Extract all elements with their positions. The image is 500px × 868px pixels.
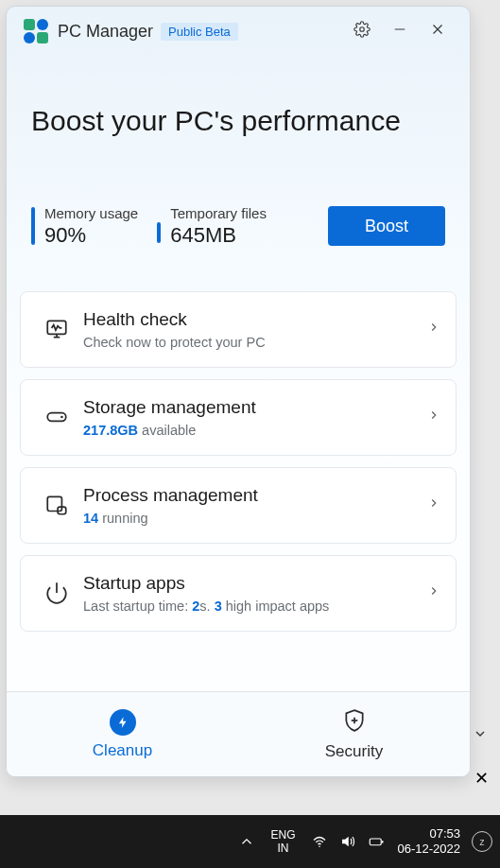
app-logo-icon: [24, 19, 48, 43]
power-icon: [36, 581, 78, 605]
startup-suffix: high impact apps: [222, 599, 330, 614]
indicator-bar-icon: [157, 222, 161, 243]
tempfiles-value: 645MB: [170, 223, 267, 248]
titlebar: PC Manager Public Beta: [7, 7, 470, 56]
card-subtitle: 14 running: [83, 511, 427, 526]
svg-rect-7: [47, 413, 66, 422]
language-indicator[interactable]: ENG IN: [270, 828, 295, 856]
minimize-icon: [391, 21, 408, 42]
svg-rect-9: [47, 496, 61, 511]
storage-icon: [36, 405, 78, 429]
storage-suffix: available: [138, 423, 196, 438]
pc-manager-window: PC Manager Public Beta Boost your PC's p…: [6, 6, 471, 777]
startup-impact-value: 3: [215, 599, 222, 614]
lang-line2: IN: [270, 842, 295, 855]
tempfiles-label: Temporary files: [170, 205, 267, 221]
tempfiles-metric: Temporary files 645MB: [157, 205, 267, 248]
chevron-right-icon: [427, 321, 440, 338]
battery-icon[interactable]: [368, 833, 385, 850]
close-button[interactable]: [419, 14, 457, 48]
clock-date-value: 06-12-2022: [398, 842, 461, 857]
monitor-heart-icon: [36, 317, 78, 341]
memory-label: Memory usage: [44, 205, 138, 221]
bolt-icon: [110, 709, 136, 736]
lang-line1: ENG: [270, 828, 295, 842]
wifi-icon[interactable]: [311, 833, 328, 850]
tray-overflow-button[interactable]: [238, 833, 255, 850]
process-management-card[interactable]: Process management 14 running: [20, 467, 457, 544]
clock-date[interactable]: 07:53 06-12-2022: [398, 826, 461, 858]
card-title: Process management: [83, 485, 427, 506]
process-value: 14: [83, 511, 98, 526]
card-title: Health check: [83, 309, 427, 330]
clock-time: 07:53: [398, 826, 461, 842]
shield-icon: [342, 708, 367, 737]
bottom-nav: Cleanup Security: [7, 691, 470, 776]
gear-icon: [353, 21, 371, 42]
storage-management-card[interactable]: Storage management 217.8GB available: [20, 379, 457, 456]
startup-mid: s.: [199, 599, 214, 614]
settings-button[interactable]: [343, 14, 381, 48]
windows-taskbar: ENG IN 07:53 06-12-2022 z: [0, 815, 500, 868]
overlay-close-icon[interactable]: ✕: [474, 768, 489, 789]
startup-apps-card[interactable]: Startup apps Last startup time: 2s. 3 hi…: [20, 555, 457, 632]
notification-icon[interactable]: z: [472, 831, 492, 852]
health-check-card[interactable]: Health check Check now to protect your P…: [20, 291, 457, 368]
app-title: PC Manager: [58, 22, 153, 42]
hero-section: Boost your PC's performance Memory usage…: [7, 56, 470, 248]
beta-badge: Public Beta: [161, 23, 238, 41]
memory-value: 90%: [44, 223, 138, 248]
svg-point-14: [319, 846, 320, 848]
memory-metric: Memory usage 90%: [31, 205, 138, 248]
nav-cleanup-label: Cleanup: [93, 741, 152, 760]
close-icon: [429, 21, 446, 42]
chevron-right-icon: [427, 496, 440, 513]
svg-point-8: [60, 416, 63, 419]
nav-cleanup[interactable]: Cleanup: [7, 692, 238, 776]
card-subtitle: Last startup time: 2s. 3 high impact app…: [83, 599, 427, 614]
feature-cards: Health check Check now to protect your P…: [7, 248, 470, 632]
nav-security[interactable]: Security: [238, 692, 470, 776]
card-subtitle: Check now to protect your PC: [83, 335, 427, 350]
storage-value: 217.8GB: [83, 423, 138, 438]
svg-rect-16: [382, 841, 384, 842]
hero-headline: Boost your PC's performance: [31, 103, 445, 139]
card-title: Startup apps: [83, 573, 427, 594]
dropdown-chevron-icon[interactable]: [473, 726, 488, 741]
indicator-bar-icon: [31, 207, 35, 245]
card-subtitle: 217.8GB available: [83, 423, 427, 438]
card-title: Storage management: [83, 397, 427, 418]
boost-button[interactable]: Boost: [328, 206, 445, 246]
svg-rect-15: [370, 839, 381, 845]
chevron-right-icon: [427, 584, 440, 601]
metrics-row: Memory usage 90% Temporary files 645MB B…: [31, 205, 445, 248]
minimize-button[interactable]: [381, 14, 419, 48]
volume-icon[interactable]: [339, 833, 356, 850]
process-icon: [36, 493, 78, 517]
chevron-right-icon: [427, 408, 440, 425]
svg-point-0: [360, 27, 365, 32]
process-suffix: running: [98, 511, 147, 526]
nav-security-label: Security: [325, 742, 383, 761]
startup-prefix: Last startup time:: [83, 599, 192, 614]
